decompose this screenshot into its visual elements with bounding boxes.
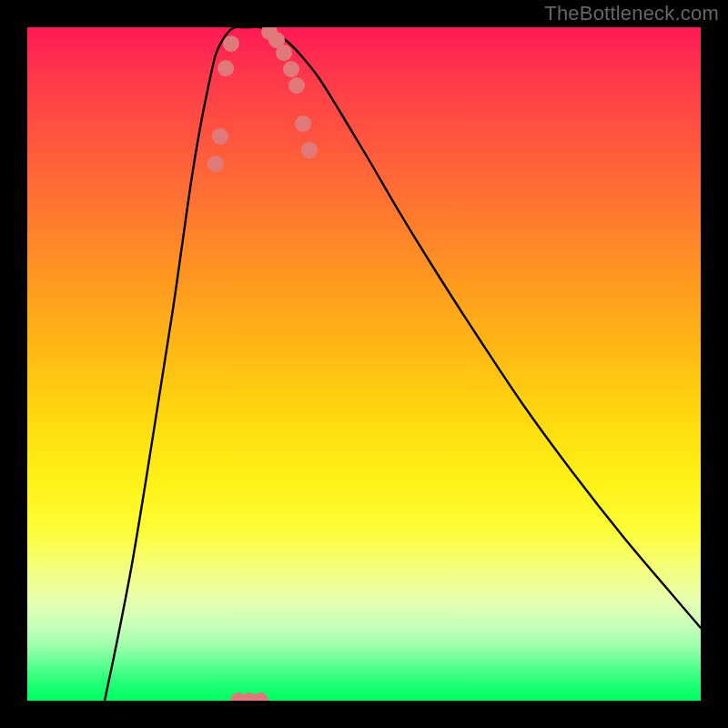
markers-group xyxy=(207,27,318,701)
data-marker xyxy=(276,45,292,61)
bottleneck-curve xyxy=(105,27,701,701)
data-marker xyxy=(288,77,305,94)
data-marker xyxy=(223,35,239,52)
plot-area xyxy=(27,27,701,701)
overlay-svg xyxy=(27,27,701,701)
data-marker xyxy=(252,693,268,701)
data-marker xyxy=(212,128,228,145)
data-marker xyxy=(283,61,299,77)
data-marker xyxy=(295,116,311,132)
data-marker xyxy=(217,60,234,76)
attribution-text: TheBottleneck.com xyxy=(544,2,719,25)
data-marker xyxy=(207,156,224,172)
chart-frame: TheBottleneck.com xyxy=(0,0,728,728)
data-marker xyxy=(301,142,318,158)
